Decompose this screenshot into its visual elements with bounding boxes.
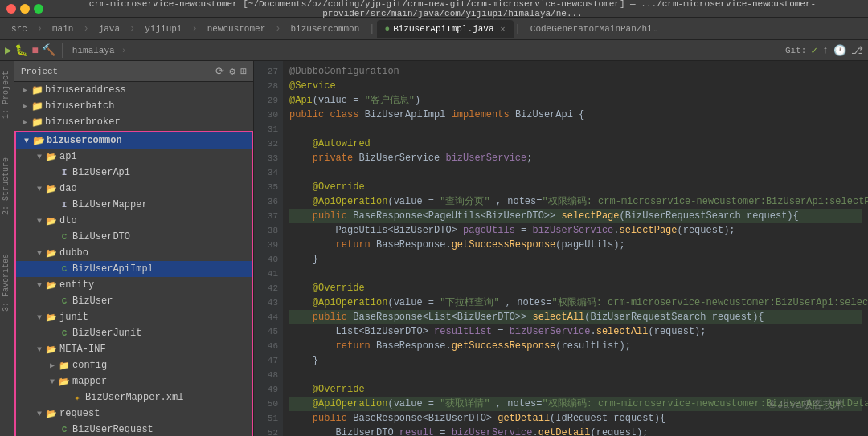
tree-label: bizuserbroker [45,116,121,128]
tree-item-dubbo[interactable]: ▼ 📂 dubbo [16,245,252,261]
tab-sep: | [369,23,375,35]
nav-run-icon[interactable]: ▶ [5,43,11,57]
close-button[interactable] [6,4,16,14]
tree-label: entity [59,279,94,291]
java-class-icon: C [58,328,71,338]
minimize-button[interactable] [20,4,30,14]
tree-item-BizUserMapperXml[interactable]: ✦ BizUserMapper.xml [16,389,252,405]
tree-item-BizUserApiImpl[interactable]: C BizUserApiImpl [16,261,252,277]
tree-item-BizUserMapper[interactable]: I BizUserMapper [16,197,252,213]
java-class-icon: C [58,425,71,434]
tab-newcustomer[interactable]: newcustomer [199,20,274,38]
tree-item-BizUserApi[interactable]: I BizUserApi [16,165,252,181]
tab-sep: | [515,23,521,35]
tree-item-config[interactable]: ▶ 📁 config [16,357,252,373]
tree-label: BizUserJunit [72,328,141,339]
tree-item-dto[interactable]: ▼ 📂 dto [16,213,252,229]
tree-label: BizUserRequest [72,424,154,435]
tree-label: BizUserMapper.xml [85,392,183,403]
tree-arrow-icon: ▼ [34,153,45,161]
code-area[interactable]: @DubboConfiguration @Service @Api(value … [283,61,868,436]
nav-debug-icon[interactable]: 🐛 [14,43,28,57]
tree-arrow-icon: ▼ [34,345,45,354]
tab-java[interactable]: java [91,20,128,38]
tree-arrow-icon: ▶ [47,361,58,370]
tree-item-bizuseraddress[interactable]: ▶ 📁 bizuseraddress [14,82,253,98]
label-favorites[interactable]: 3: Favorites [0,251,14,315]
git-clock-icon[interactable]: 🕐 [833,44,846,57]
panel-icon-layout[interactable]: ⊞ [240,65,247,78]
tree-item-entity[interactable]: ▼ 📂 entity [16,277,252,293]
tree-item-api[interactable]: ▼ 📂 api [16,149,252,165]
tree-label: request [59,408,100,419]
tree-label: dubbo [59,247,88,259]
tab-sep: › [83,23,88,35]
tree-label: BizUserApi [72,167,130,178]
tab-label: newcustomer [207,24,266,34]
tree-item-bizuserbroker[interactable]: ▶ 📁 bizuserbroker [14,114,253,130]
tree-arrow-icon: ▼ [34,217,45,226]
tree-arrow-icon: ▶ [19,101,31,111]
tab-bar: src › main › java › yijiupi › newcustome… [0,18,868,40]
tree-item-mapper[interactable]: ▼ 📂 mapper [16,373,252,389]
tree-label: META-INF [59,344,106,355]
title-text: crm-microservice-newcustomer [~/Document… [43,0,862,18]
git-check-icon[interactable]: ✓ [811,44,817,57]
tree-item-BizUserDTO[interactable]: C BizUserDTO [16,229,252,245]
tree-label: BizUserDTO [72,231,130,242]
git-branch-icon[interactable]: ⎇ [851,44,863,57]
tree-item-junit[interactable]: ▼ 📂 junit [16,309,252,325]
tree-label: BizUser [72,295,113,307]
tab-sep: › [275,23,280,35]
tree-arrow-icon: ▼ [34,281,45,290]
folder-open-icon: 📂 [58,377,71,387]
tab-label: main [52,24,73,34]
java-class-icon: C [58,232,71,242]
tree-label: bizuserbatch [45,100,114,112]
tab-main[interactable]: main [44,20,81,38]
java-interface-icon: I [58,168,71,177]
panel-icon-sync[interactable]: ⟳ [215,65,224,78]
tree-item-BizUser[interactable]: C BizUser [16,293,252,309]
folder-open-icon: 📂 [45,312,58,323]
tab-codegenerator[interactable]: CodeGeneratorMainPanZhi… [522,20,665,38]
tree-arrow-icon: ▶ [19,85,31,95]
tree-item-BizUserRequest[interactable]: C BizUserRequest [16,422,252,436]
tab-sep: › [37,23,43,35]
tree-arrow-icon: ▶ [19,117,31,127]
tab-close-icon[interactable]: ✕ [501,24,506,34]
tree-arrow-icon: ▼ [47,377,58,386]
folder-open-icon: 📂 [45,248,58,259]
folder-open-icon: 📂 [45,409,58,419]
maximize-button[interactable] [34,4,43,14]
traffic-lights [6,4,43,14]
tab-bizusercommon[interactable]: bizusercommon [282,20,367,38]
folder-icon: 📁 [31,116,43,128]
tab-bizuserapiimpl[interactable]: ● BizUserApiImpl.java ✕ [377,20,514,38]
tree-label: bizuseraddress [45,84,126,96]
left-labels-panel: 1: Project 2: Structure 3: Favorites [0,61,14,436]
tree-arrow-icon: ▼ [34,410,45,418]
folder-open-icon: 📂 [45,152,58,162]
panel-icons: ⟳ ⚙ ⊞ [215,65,247,78]
file-tree: ▶ 📁 bizuseraddress ▶ 📁 bizuserbatch ▶ 📁 … [14,82,253,436]
tree-item-BizUserJunit[interactable]: C BizUserJunit [16,325,252,341]
git-update-icon[interactable]: ↑ [822,44,829,56]
project-panel: Project ⟳ ⚙ ⊞ ▶ 📁 bizuseraddress ▶ 📁 biz… [14,61,254,436]
panel-header: Project ⟳ ⚙ ⊞ [14,61,253,82]
tab-yijiupi[interactable]: yijiupi [137,20,190,38]
tree-item-bizusercommon[interactable]: ▼ 📂 bizusercommon [16,132,252,149]
panel-icon-gear[interactable]: ⚙ [229,65,235,78]
tree-item-request[interactable]: ▼ 📂 request [16,405,252,422]
tab-src[interactable]: src [3,20,35,38]
nav-build-icon[interactable]: 🔨 [42,43,55,57]
folder-open-icon: 📂 [45,216,58,226]
tree-label: config [72,360,107,371]
tree-item-META-INF[interactable]: ▼ 📂 META-INF [16,341,252,357]
java-class-icon: C [58,264,71,274]
nav-stop-icon[interactable]: ■ [31,44,38,57]
label-project[interactable]: 1: Project [0,67,14,122]
label-structure[interactable]: 2: Structure [0,154,14,218]
tree-item-bizuserbatch[interactable]: ▶ 📁 bizuserbatch [14,98,253,114]
tree-item-dao[interactable]: ▼ 📂 dao [16,181,252,197]
